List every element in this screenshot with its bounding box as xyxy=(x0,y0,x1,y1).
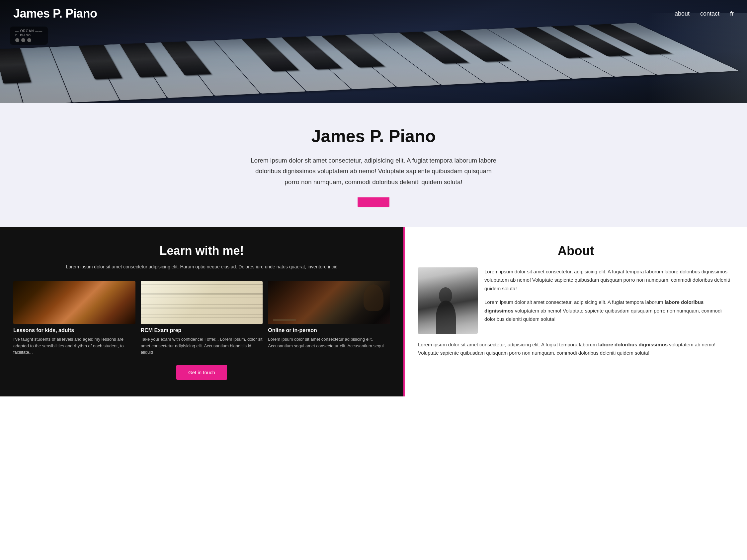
card-image-online xyxy=(268,281,390,324)
nav-contact[interactable]: contact xyxy=(700,10,719,17)
about-para-2-end: voluptatem ab nemo! Voluptate sapiente q… xyxy=(484,308,722,322)
main-content: Learn with me! Lorem ipsum dolor sit ame… xyxy=(0,227,747,396)
learn-section: Learn with me! Lorem ipsum dolor sit ame… xyxy=(0,227,403,396)
card-title-0: Lessons for kids, adults xyxy=(13,327,135,334)
learn-title: Learn with me! xyxy=(13,244,390,258)
card-text-2: Lorem ipsum dolor sit amet consectetur a… xyxy=(268,336,390,349)
nav-about[interactable]: about xyxy=(675,10,690,17)
card-rcm: RCM Exam prep Take your exam with confid… xyxy=(141,281,263,356)
about-para-3: Lorem ipsum dolor sit amet consectetur, … xyxy=(418,340,734,357)
nav-links: about contact fr xyxy=(675,10,734,17)
hero-section: — ORGAN —— E. PIANO James P. Piano about… xyxy=(0,0,747,103)
intro-title: James P. Piano xyxy=(13,126,734,146)
about-para-2: Lorem ipsum dolor sit amet consectetur, … xyxy=(484,298,734,323)
get-in-touch-button[interactable]: Get in touch xyxy=(176,365,227,380)
card-image-kids xyxy=(13,281,135,324)
about-section: About Lorem ipsum dolor sit amet consect… xyxy=(403,227,747,396)
hero-cta-button[interactable] xyxy=(358,197,389,207)
site-title: James P. Piano xyxy=(13,7,97,21)
about-para-3-bold: labore doloribus dignissimos xyxy=(598,342,668,347)
learn-subtitle: Lorem ipsum dolor sit amet consectetur a… xyxy=(13,263,390,270)
card-title-1: RCM Exam prep xyxy=(141,327,263,334)
about-para-2-start: Lorem ipsum dolor sit amet consectetur, … xyxy=(484,299,665,305)
about-para-3-start: Lorem ipsum dolor sit amet consectetur, … xyxy=(418,342,598,347)
card-text-1: Take your exam with confidence! I offer.… xyxy=(141,336,263,356)
cta-wrapper: Get in touch xyxy=(13,365,390,380)
about-title: About xyxy=(418,244,734,258)
main-nav: James P. Piano about contact fr xyxy=(0,0,747,27)
about-text-block: Lorem ipsum dolor sit amet consectetur, … xyxy=(484,267,734,334)
intro-text: Lorem ipsum dolor sit amet consectetur, … xyxy=(247,155,500,187)
nav-fr[interactable]: fr xyxy=(730,10,734,17)
card-text-0: I've taught students of all levels and a… xyxy=(13,336,135,356)
card-title-2: Online or in-person xyxy=(268,327,390,334)
about-para-1: Lorem ipsum dolor sit amet consectetur, … xyxy=(484,267,734,293)
about-content: Lorem ipsum dolor sit amet consectetur, … xyxy=(418,267,734,334)
about-photo xyxy=(418,267,478,334)
card-image-rcm xyxy=(141,281,263,324)
cards-grid: Lessons for kids, adults I've taught stu… xyxy=(13,281,390,356)
card-kids-adults: Lessons for kids, adults I've taught stu… xyxy=(13,281,135,356)
card-online: Online or in-person Lorem ipsum dolor si… xyxy=(268,281,390,356)
intro-section: James P. Piano Lorem ipsum dolor sit ame… xyxy=(0,103,747,227)
